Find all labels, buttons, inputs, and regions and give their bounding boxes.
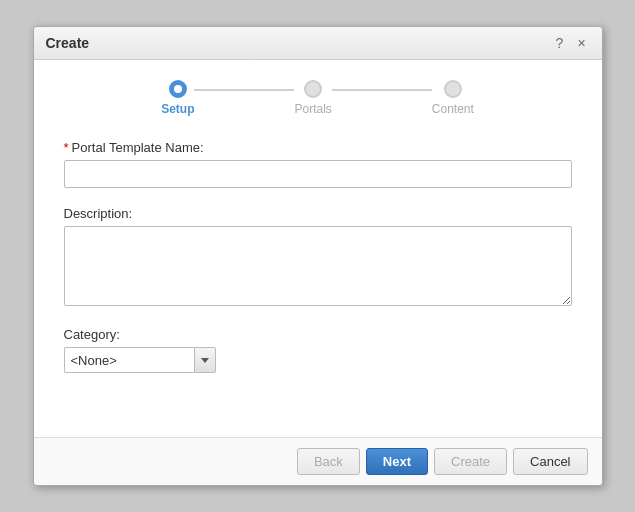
create-dialog: Create ? × Setup Portals Content [33, 26, 603, 486]
step-setup-circle [169, 80, 187, 98]
create-button[interactable]: Create [434, 448, 507, 475]
portal-template-name-label-row: * Portal Template Name: [64, 140, 572, 155]
next-button[interactable]: Next [366, 448, 428, 475]
close-icon[interactable]: × [574, 35, 590, 51]
step-content-circle [444, 80, 462, 98]
description-label: Description: [64, 206, 572, 221]
step-portals: Portals [294, 80, 331, 116]
category-select-wrapper: <None> [64, 347, 572, 373]
step-line-2 [332, 89, 432, 91]
chevron-down-icon [201, 358, 209, 363]
steps-wizard: Setup Portals Content [64, 80, 572, 116]
category-display: <None> [64, 347, 194, 373]
dialog-header: Create ? × [34, 27, 602, 60]
dialog-title: Create [46, 35, 90, 51]
portal-template-name-label: Portal Template Name: [72, 140, 204, 155]
category-label: Category: [64, 327, 572, 342]
category-group: Category: <None> [64, 327, 572, 373]
step-content: Content [432, 80, 474, 116]
category-dropdown-button[interactable] [194, 347, 216, 373]
back-button[interactable]: Back [297, 448, 360, 475]
required-star: * [64, 140, 69, 155]
step-line-1 [194, 89, 294, 91]
portal-template-name-group: * Portal Template Name: [64, 140, 572, 188]
step-portals-label: Portals [294, 102, 331, 116]
step-content-label: Content [432, 102, 474, 116]
cancel-button[interactable]: Cancel [513, 448, 587, 475]
dialog-body: Setup Portals Content * Portal Template … [34, 60, 602, 437]
description-input[interactable] [64, 226, 572, 306]
portal-template-name-input[interactable] [64, 160, 572, 188]
step-setup: Setup [161, 80, 194, 116]
step-portals-circle [304, 80, 322, 98]
help-icon[interactable]: ? [552, 35, 568, 51]
description-group: Description: [64, 206, 572, 309]
header-icons: ? × [552, 35, 590, 51]
dialog-footer: Back Next Create Cancel [34, 437, 602, 485]
step-setup-label: Setup [161, 102, 194, 116]
